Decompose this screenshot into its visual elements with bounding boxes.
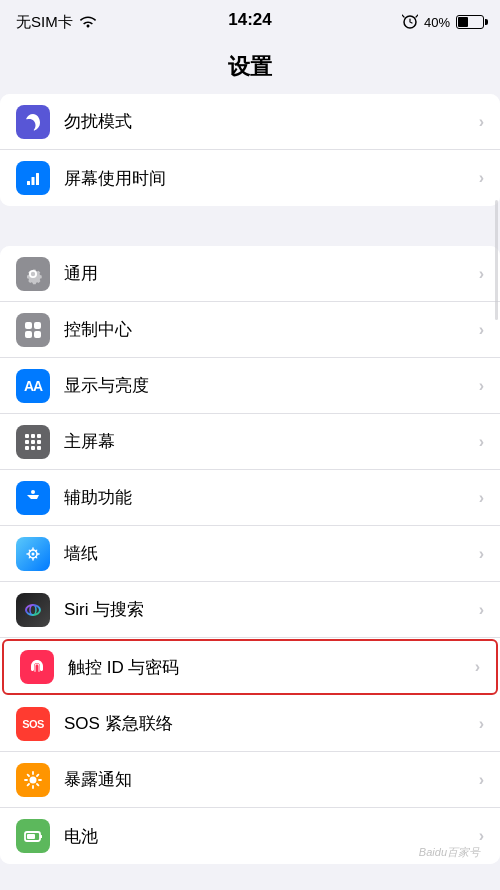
- controlcenter-chevron: ›: [479, 321, 484, 339]
- wallpaper-icon: [16, 537, 50, 571]
- exposure-icon: [16, 763, 50, 797]
- svg-rect-15: [31, 446, 35, 450]
- settings-item-homescreen[interactable]: 主屏幕 ›: [0, 414, 500, 470]
- settings-group-2: 通用 › 控制中心 › AA 显示与亮度 ›: [0, 246, 500, 864]
- svg-rect-3: [36, 173, 39, 185]
- status-time: 14:24: [228, 10, 271, 30]
- general-chevron: ›: [479, 265, 484, 283]
- wallpaper-chevron: ›: [479, 545, 484, 563]
- sos-label: SOS 紧急联络: [64, 712, 479, 735]
- svg-rect-11: [25, 440, 29, 444]
- settings-item-wallpaper[interactable]: 墙纸 ›: [0, 526, 500, 582]
- status-left: 无SIM卡: [16, 13, 97, 32]
- homescreen-chevron: ›: [479, 433, 484, 451]
- svg-rect-1: [27, 181, 30, 185]
- wallpaper-label: 墙纸: [64, 542, 479, 565]
- svg-rect-8: [25, 434, 29, 438]
- watermark: Baidu百家号: [419, 845, 480, 860]
- svg-rect-12: [31, 440, 35, 444]
- general-icon: [16, 257, 50, 291]
- touchid-icon: [20, 650, 54, 684]
- battery-percent: 40%: [424, 15, 450, 30]
- wifi-icon: [79, 14, 97, 31]
- svg-point-19: [32, 552, 35, 555]
- settings-item-display[interactable]: AA 显示与亮度 ›: [0, 358, 500, 414]
- exposure-chevron: ›: [479, 771, 484, 789]
- status-bar: 无SIM卡 14:24 40%: [0, 0, 500, 44]
- display-icon: AA: [16, 369, 50, 403]
- accessibility-icon: [16, 481, 50, 515]
- accessibility-label: 辅助功能: [64, 486, 479, 509]
- svg-rect-2: [32, 177, 35, 185]
- battery-fill: [458, 17, 468, 27]
- general-label: 通用: [64, 262, 479, 285]
- settings-item-screentime[interactable]: 屏幕使用时间 ›: [0, 150, 500, 206]
- screentime-label: 屏幕使用时间: [64, 167, 479, 190]
- settings-item-touchid[interactable]: 触控 ID 与密码 ›: [2, 639, 498, 695]
- accessibility-chevron: ›: [479, 489, 484, 507]
- page-title: 设置: [0, 52, 500, 82]
- svg-point-23: [30, 776, 37, 783]
- donotdisturb-icon: [16, 105, 50, 139]
- status-right: 40%: [402, 13, 484, 32]
- siri-icon: [16, 593, 50, 627]
- homescreen-icon: [16, 425, 50, 459]
- siri-chevron: ›: [479, 601, 484, 619]
- svg-rect-6: [25, 331, 32, 338]
- svg-rect-5: [34, 322, 41, 329]
- settings-item-accessibility[interactable]: 辅助功能 ›: [0, 470, 500, 526]
- touchid-chevron: ›: [475, 658, 480, 676]
- svg-rect-26: [40, 835, 42, 838]
- controlcenter-label: 控制中心: [64, 318, 479, 341]
- screentime-chevron: ›: [479, 169, 484, 187]
- exposure-label: 暴露通知: [64, 768, 479, 791]
- touchid-label: 触控 ID 与密码: [68, 656, 475, 679]
- battery-settings-icon: [16, 819, 50, 853]
- settings-group-1: 勿扰模式 › 屏幕使用时间 ›: [0, 94, 500, 206]
- svg-rect-10: [37, 434, 41, 438]
- settings-item-controlcenter[interactable]: 控制中心 ›: [0, 302, 500, 358]
- page-title-bar: 设置: [0, 44, 500, 94]
- settings-item-general[interactable]: 通用 ›: [0, 246, 500, 302]
- settings-item-sos[interactable]: SOS SOS 紧急联络 ›: [0, 696, 500, 752]
- homescreen-label: 主屏幕: [64, 430, 479, 453]
- sos-chevron: ›: [479, 715, 484, 733]
- svg-rect-9: [31, 434, 35, 438]
- settings-item-exposure[interactable]: 暴露通知 ›: [0, 752, 500, 808]
- display-chevron: ›: [479, 377, 484, 395]
- svg-rect-25: [27, 834, 35, 839]
- display-label: 显示与亮度: [64, 374, 479, 397]
- screentime-icon: [16, 161, 50, 195]
- sos-icon: SOS: [16, 707, 50, 741]
- svg-rect-4: [25, 322, 32, 329]
- scroll-indicator: [495, 200, 498, 320]
- donotdisturb-chevron: ›: [479, 113, 484, 131]
- no-sim-label: 无SIM卡: [16, 13, 73, 32]
- svg-rect-13: [37, 440, 41, 444]
- svg-rect-7: [34, 331, 41, 338]
- battery-label: 电池: [64, 825, 479, 848]
- svg-rect-14: [25, 446, 29, 450]
- donotdisturb-label: 勿扰模式: [64, 110, 479, 133]
- siri-label: Siri 与搜索: [64, 598, 479, 621]
- alarm-icon: [402, 13, 418, 32]
- section-gap-1: [0, 226, 500, 246]
- svg-rect-16: [37, 446, 41, 450]
- svg-point-17: [31, 490, 35, 494]
- battery-icon: [456, 15, 484, 29]
- settings-item-donotdisturb[interactable]: 勿扰模式 ›: [0, 94, 500, 150]
- settings-item-siri[interactable]: Siri 与搜索 ›: [0, 582, 500, 638]
- battery-chevron: ›: [479, 827, 484, 845]
- controlcenter-icon: [16, 313, 50, 347]
